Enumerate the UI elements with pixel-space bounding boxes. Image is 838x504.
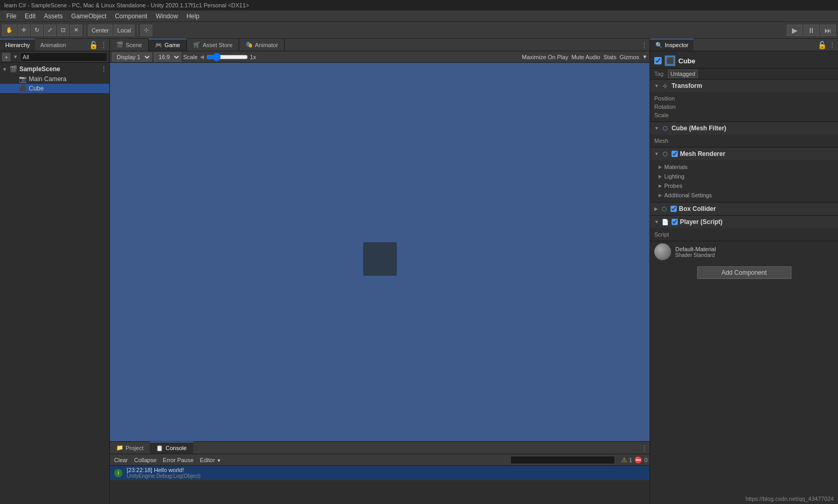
add-component-button[interactable]: Add Component [697,266,791,279]
meshrenderer-name: Mesh Renderer [680,150,725,158]
menu-assets[interactable]: Assets [40,12,67,21]
menu-help[interactable]: Help [182,12,204,21]
warning-count: 1 [629,457,632,463]
editor-dropdown-icon[interactable]: ▼ [217,458,221,463]
scale-slider[interactable] [206,54,248,60]
display-select[interactable]: Display 1 [112,52,152,62]
meshfilter-header[interactable]: ▼ ⬡ Cube (Mesh Filter) [650,122,838,135]
gizmos-button[interactable]: Gizmos [620,54,639,60]
error-count: 0 [644,457,647,463]
rotation-label: Rotation [654,104,696,110]
mute-audio-button[interactable]: Mute Audio [572,54,600,60]
hierarchy-item-maincamera[interactable]: ▶ 📷 Main Camera [0,74,109,84]
playerscript-enabled[interactable] [672,219,678,225]
scale-tool[interactable]: ⤢ [44,25,56,36]
play-button[interactable]: ▶ [787,25,802,36]
object-name[interactable]: Cube [678,57,696,65]
menu-window[interactable]: Window [151,12,182,21]
error-pause-button[interactable]: Error Pause [161,456,196,464]
editor-label: Editor [200,457,215,463]
hierarchy-tab-actions: 🔓 ⋮ [87,39,109,51]
console-log-item[interactable]: i [23:22:18] Hello world! UnityEngine.De… [110,466,650,480]
inspector-panel: 🔍 Inspector 🔓 ⋮ ⬛ Cube Tag Untagged [650,39,838,504]
boxcollider-header[interactable]: ▶ ⬡ Box Collider [650,203,838,215]
hierarchy-item-cube[interactable]: ▶ ⬛ Cube [0,84,109,93]
move-tool[interactable]: ✛ [18,25,30,36]
assetstore-tab[interactable]: 🛒 Asset Store [187,39,239,51]
view-tab-end: ⋮ [639,39,650,51]
inspector-tab-bar: 🔍 Inspector 🔓 ⋮ [650,39,838,51]
hierarchy-add-button[interactable]: + [2,53,10,61]
probes-section[interactable]: ▶ Probes [654,181,834,191]
meshrenderer-body: ▶ Materials ▶ Lighting ▶ Probes ▶ Additi… [650,160,838,202]
additional-settings-section[interactable]: ▶ Additional Settings [654,191,834,200]
hierarchy-add-arrow[interactable]: ▼ [13,54,18,60]
scene-expand-arrow: ▼ [2,66,7,72]
animation-tab[interactable]: Animation [35,39,71,51]
menu-bar: File Edit Assets GameObject Component Wi… [0,10,838,22]
transform-header[interactable]: ▼ ⊹ Transform [650,80,838,92]
log-sub-text: UnityEngine.Debug:Log(Object) [127,473,645,479]
material-name: Default-Material [675,246,716,252]
extra-button[interactable]: ⊹ [140,25,152,36]
editor-button[interactable]: Editor ▼ [198,456,224,464]
play-group: ▶ ⏸ ⏭ [787,25,836,36]
console-search-input[interactable] [510,456,615,464]
hierarchy-tab[interactable]: Hierarchy [0,39,35,51]
more-icon[interactable]: ⋮ [100,41,107,49]
aspect-select[interactable]: 16:9 [154,52,181,62]
rotate-tool[interactable]: ↻ [31,25,43,36]
menu-edit[interactable]: Edit [20,12,40,21]
console-more-icon[interactable]: ⋮ [641,444,647,452]
transform-tool[interactable]: ✕ [70,25,82,36]
boxcollider-enabled[interactable] [671,206,677,212]
tag-value[interactable]: Untagged [668,70,698,78]
gizmos-arrow[interactable]: ▼ [642,54,647,60]
console-tab[interactable]: 📋 Console [150,442,193,454]
local-button[interactable]: Local [114,25,135,36]
log-message: Hello world! [154,467,184,473]
menu-component[interactable]: Component [110,12,151,21]
materials-arrow: ▶ [658,164,662,170]
scene-menu-icon[interactable]: ⋮ [100,65,107,73]
meshrenderer-enabled[interactable] [672,151,678,157]
hierarchy-item-samplescene[interactable]: ▼ 🎬 SampleScene ⋮ [0,64,109,74]
scene-tab[interactable]: 🎬 Scene [110,39,149,51]
scene-label: SampleScene [19,65,60,73]
materials-section[interactable]: ▶ Materials [654,162,834,172]
animator-tab[interactable]: 🎭 Animator [239,39,285,51]
hierarchy-search-input[interactable] [20,52,107,62]
material-shader-row: Shader Standard [675,252,716,258]
error-icon: ⛔ [634,456,642,464]
meshrenderer-header[interactable]: ▼ ⬡ Mesh Renderer [650,148,838,160]
menu-file[interactable]: File [2,12,20,21]
additional-label: Additional Settings [664,192,712,198]
position-row: Position [654,94,834,103]
collapse-button[interactable]: Collapse [132,456,159,464]
rect-tool[interactable]: ⊡ [57,25,69,36]
stats-button[interactable]: Stats [604,54,617,60]
lighting-section[interactable]: ▶ Lighting [654,172,834,181]
hand-tool[interactable]: ✋ [2,25,17,36]
center-button[interactable]: Center [88,25,113,36]
game-tab[interactable]: 🎮 Game [149,39,187,51]
maximize-on-play-button[interactable]: Maximize On Play [522,54,568,60]
object-enabled-checkbox[interactable] [654,57,662,64]
clear-button[interactable]: Clear [112,456,130,464]
view-more-icon[interactable]: ⋮ [641,41,647,49]
main-toolbar: ✋ ✛ ↻ ⤢ ⊡ ✕ Center Local ⊹ ▶ ⏸ ⏭ [0,22,838,39]
menu-gameobject[interactable]: GameObject [67,12,110,21]
boxcollider-icon: ⬡ [660,205,668,213]
step-button[interactable]: ⏭ [820,25,836,36]
inspector-lock-icon[interactable]: 🔓 [818,41,826,49]
inspector-tab[interactable]: 🔍 Inspector [650,39,694,51]
boxcollider-arrow: ▶ [654,206,658,211]
inspector-more-icon[interactable]: ⋮ [829,41,836,49]
scale-label: Scale [183,54,198,60]
additional-arrow: ▶ [658,193,662,198]
meshrenderer-icon: ⬡ [661,150,669,158]
playerscript-header[interactable]: ▼ 📄 Player (Script) [650,216,838,228]
pause-button[interactable]: ⏸ [803,25,819,36]
lock-icon[interactable]: 🔓 [89,41,98,49]
project-tab[interactable]: 📁 Project [110,442,150,454]
